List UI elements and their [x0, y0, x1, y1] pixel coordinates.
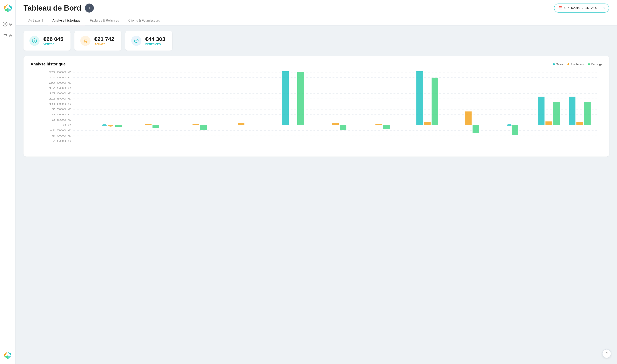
- svg-rect-52: [200, 125, 207, 130]
- svg-rect-65: [465, 111, 472, 125]
- svg-text:22 500 €: 22 500 €: [49, 76, 71, 79]
- sidebar-item-finance[interactable]: $: [2, 19, 14, 29]
- svg-rect-55: [282, 71, 289, 125]
- svg-rect-57: [297, 72, 304, 125]
- sidebar-item-purchases[interactable]: [2, 31, 14, 40]
- chart-legend: Sales Purchases Earnings: [553, 63, 602, 66]
- kpi-card-ventes: $ €66 045 VENTES: [24, 31, 71, 51]
- date-end: 31/12/2019: [585, 6, 601, 10]
- svg-text:$: $: [4, 23, 6, 26]
- svg-rect-63: [424, 122, 431, 125]
- date-chevron-icon: ▾: [603, 6, 605, 10]
- svg-rect-64: [432, 78, 438, 125]
- date-arrow: ›: [582, 7, 583, 10]
- kpi-card-benefices: €44 303 BÉNÉFICES: [125, 31, 172, 51]
- ventes-icon: $: [29, 36, 39, 46]
- svg-text:12 500 €: 12 500 €: [49, 97, 71, 100]
- svg-text:-5 000 €: -5 000 €: [50, 134, 71, 137]
- svg-rect-53: [238, 123, 244, 125]
- benefices-info: €44 303 BÉNÉFICES: [145, 36, 165, 46]
- page-title-row: Tableau de Bord +: [24, 3, 94, 13]
- purchases-label: Purchases: [571, 63, 584, 66]
- sales-label: Sales: [556, 63, 563, 66]
- ventes-info: €66 045 VENTES: [43, 36, 63, 46]
- svg-rect-49: [145, 124, 152, 125]
- svg-rect-62: [416, 71, 423, 125]
- purchases-dot: [567, 63, 569, 65]
- svg-rect-73: [577, 122, 583, 125]
- help-icon: ?: [605, 351, 608, 356]
- earnings-label: Earnings: [591, 63, 602, 66]
- svg-text:7 500 €: 7 500 €: [52, 108, 71, 110]
- svg-rect-50: [153, 125, 159, 128]
- svg-text:-7 500 €: -7 500 €: [50, 140, 71, 142]
- sidebar-bottom: [3, 351, 13, 361]
- svg-rect-66: [473, 125, 479, 133]
- sidebar: $: [0, 0, 16, 364]
- svg-text:5 000 €: 5 000 €: [52, 113, 71, 116]
- sales-dot: [553, 63, 555, 65]
- svg-rect-48: [115, 125, 122, 127]
- achats-info: €21 742 ACHATS: [94, 36, 114, 46]
- svg-rect-59: [340, 125, 346, 130]
- tab-analyse-historique[interactable]: Analyse historique: [48, 16, 85, 25]
- svg-point-7: [4, 37, 5, 38]
- earnings-dot: [588, 63, 590, 65]
- tab-au-travail[interactable]: Au travail !: [24, 16, 48, 25]
- achats-icon: [80, 36, 90, 46]
- tab-clients-fournisseurs[interactable]: Clients & Fournisseurs: [124, 16, 165, 25]
- svg-rect-74: [584, 102, 591, 125]
- svg-point-16: [85, 42, 85, 43]
- header-top: Tableau de Bord + 📅 01/01/2019 › 31/12/2…: [24, 3, 609, 13]
- svg-point-8: [6, 37, 6, 38]
- svg-point-67: [507, 124, 512, 126]
- chart-area: 25 000 € 22 500 € 20 000 € 17 500 € 15 0…: [31, 70, 602, 153]
- svg-rect-58: [332, 123, 339, 125]
- ventes-label: VENTES: [43, 43, 63, 46]
- tabs-nav: Au travail ! Analyse historique Factures…: [24, 16, 609, 25]
- svg-text:$: $: [34, 39, 35, 42]
- svg-text:15 000 €: 15 000 €: [49, 92, 71, 95]
- kpi-row: $ €66 045 VENTES €21 74: [24, 31, 609, 51]
- svg-text:2 500 €: 2 500 €: [52, 118, 71, 121]
- svg-rect-61: [383, 125, 390, 129]
- svg-rect-68: [512, 125, 518, 135]
- add-button[interactable]: +: [85, 3, 94, 13]
- achats-amount: €21 742: [94, 36, 114, 42]
- chart-header: Analyse historique Sales Purchases Earni…: [31, 62, 602, 66]
- svg-text:20 000 €: 20 000 €: [49, 81, 71, 84]
- chevron-down-icon: [8, 22, 13, 27]
- main-content: Tableau de Bord + 📅 01/01/2019 › 31/12/2…: [16, 0, 617, 364]
- calendar-icon: 📅: [558, 6, 563, 10]
- svg-rect-54: [245, 125, 252, 125]
- svg-point-17: [86, 42, 87, 43]
- svg-rect-56: [290, 125, 296, 125]
- bottom-logo: [3, 351, 13, 360]
- svg-rect-69: [538, 97, 544, 125]
- svg-text:-2 500 €: -2 500 €: [50, 129, 71, 132]
- svg-rect-71: [553, 102, 560, 125]
- benefices-amount: €44 303: [145, 36, 165, 42]
- money-icon: $: [2, 22, 8, 27]
- svg-rect-70: [545, 121, 552, 125]
- svg-text:10 000 €: 10 000 €: [49, 103, 71, 105]
- achats-label: ACHATS: [94, 43, 114, 46]
- svg-rect-72: [569, 97, 576, 125]
- cart-icon: [2, 33, 8, 38]
- chart-title: Analyse historique: [31, 62, 66, 66]
- chart-svg: 25 000 € 22 500 € 20 000 € 17 500 € 15 0…: [31, 70, 602, 153]
- chevron-up-icon: [8, 33, 13, 38]
- help-button[interactable]: ?: [602, 349, 611, 358]
- benefices-icon: [131, 36, 141, 46]
- ventes-amount: €66 045: [43, 36, 63, 42]
- date-start: 01/01/2019: [565, 6, 580, 10]
- svg-text:0 €: 0 €: [63, 124, 71, 126]
- legend-earnings: Earnings: [588, 63, 602, 66]
- svg-rect-51: [193, 124, 199, 125]
- svg-point-47: [108, 125, 113, 127]
- svg-text:25 000 €: 25 000 €: [49, 71, 71, 74]
- date-range-button[interactable]: 📅 01/01/2019 › 31/12/2019 ▾: [554, 3, 609, 13]
- app-logo: [3, 3, 13, 13]
- chart-card: Analyse historique Sales Purchases Earni…: [24, 56, 609, 156]
- tab-factures-relances[interactable]: Factures & Relances: [85, 16, 124, 25]
